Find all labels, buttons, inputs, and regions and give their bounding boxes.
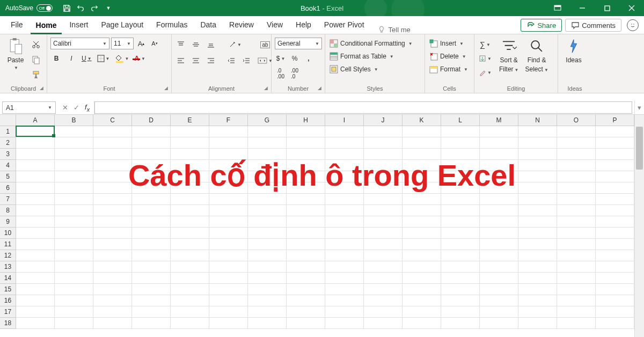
cell[interactable]	[596, 205, 634, 216]
align-middle-icon[interactable]	[190, 39, 202, 50]
font-size-combo[interactable]: 11▼	[111, 38, 134, 49]
cell[interactable]	[518, 137, 557, 149]
cell[interactable]	[596, 318, 634, 329]
cell[interactable]	[518, 295, 557, 306]
increase-decimal-icon[interactable]: .0.00	[275, 68, 287, 79]
expand-formula-bar-icon[interactable]: ▾	[634, 101, 644, 114]
cell[interactable]	[132, 205, 171, 216]
cell[interactable]	[364, 205, 402, 216]
cell[interactable]	[55, 216, 93, 228]
cell[interactable]	[518, 194, 557, 205]
fill-icon[interactable]: ▼	[478, 53, 493, 64]
cell[interactable]	[325, 137, 364, 149]
cell[interactable]	[132, 306, 171, 318]
cell[interactable]	[171, 273, 209, 284]
cell[interactable]	[325, 318, 364, 329]
increase-indent-icon[interactable]	[240, 55, 252, 67]
cell[interactable]	[557, 126, 596, 137]
cell[interactable]	[16, 261, 55, 273]
name-box[interactable]: A1▼	[2, 101, 56, 114]
copy-icon[interactable]	[30, 54, 42, 65]
cell[interactable]	[596, 273, 634, 284]
maximize-icon[interactable]	[595, 0, 619, 16]
cell[interactable]	[557, 261, 596, 273]
select-all-corner[interactable]	[0, 115, 16, 126]
cell[interactable]	[209, 295, 248, 306]
save-icon[interactable]	[61, 3, 72, 13]
cell[interactable]	[132, 126, 171, 137]
autosave-toggle[interactable]: AutoSave Off	[0, 4, 58, 12]
cell[interactable]	[596, 126, 634, 137]
cell[interactable]	[248, 261, 287, 273]
column-header[interactable]: A	[16, 115, 55, 126]
row-header[interactable]: 10	[0, 228, 16, 239]
percent-format-icon[interactable]: %	[289, 53, 301, 64]
cell[interactable]	[557, 137, 596, 149]
row-header[interactable]: 1	[0, 126, 16, 137]
cell[interactable]	[518, 261, 557, 273]
cell[interactable]	[441, 273, 480, 284]
cell[interactable]	[209, 273, 248, 284]
cell[interactable]	[16, 239, 55, 250]
cell[interactable]	[287, 318, 325, 329]
cell[interactable]	[402, 261, 441, 273]
cell[interactable]	[480, 205, 518, 216]
fill-color-icon[interactable]: ▼	[114, 53, 130, 64]
dialog-launcher-icon[interactable]: ◢	[318, 85, 321, 91]
cell[interactable]	[93, 228, 132, 239]
cell[interactable]	[132, 318, 171, 329]
format-cells-button[interactable]: Format▼	[428, 64, 469, 74]
cell[interactable]	[364, 284, 402, 295]
tab-help[interactable]: Help	[290, 17, 317, 34]
cell[interactable]	[287, 216, 325, 228]
cell[interactable]	[132, 284, 171, 295]
tab-view[interactable]: View	[261, 17, 288, 34]
conditional-formatting-button[interactable]: Conditional Formatting▼	[328, 39, 414, 48]
comments-button[interactable]: Comments	[565, 19, 621, 32]
column-header[interactable]: I	[325, 115, 364, 126]
align-bottom-icon[interactable]	[205, 39, 217, 50]
cell[interactable]	[402, 194, 441, 205]
number-format-combo[interactable]: General▼	[275, 38, 322, 49]
tab-power-pivot[interactable]: Power Pivot	[319, 17, 370, 34]
column-header[interactable]: E	[171, 115, 209, 126]
cell[interactable]	[171, 261, 209, 273]
row-header[interactable]: 8	[0, 205, 16, 216]
cell[interactable]	[596, 239, 634, 250]
cell[interactable]	[132, 295, 171, 306]
cell[interactable]	[596, 194, 634, 205]
column-header[interactable]: K	[402, 115, 441, 126]
cell[interactable]	[287, 205, 325, 216]
cell[interactable]	[402, 228, 441, 239]
cell[interactable]	[480, 137, 518, 149]
cell[interactable]	[171, 228, 209, 239]
cell[interactable]	[248, 239, 287, 250]
column-header[interactable]: N	[518, 115, 557, 126]
row-header[interactable]: 13	[0, 261, 16, 273]
cell[interactable]	[93, 216, 132, 228]
cell[interactable]	[402, 137, 441, 149]
tell-me-search[interactable]: Tell me	[377, 25, 411, 34]
column-header[interactable]: D	[132, 115, 171, 126]
cell[interactable]	[557, 284, 596, 295]
cell[interactable]	[441, 261, 480, 273]
cell[interactable]	[364, 137, 402, 149]
cell[interactable]	[596, 295, 634, 306]
cell[interactable]	[441, 194, 480, 205]
cell[interactable]	[93, 194, 132, 205]
cell[interactable]	[248, 306, 287, 318]
cell[interactable]	[16, 273, 55, 284]
row-header[interactable]: 11	[0, 239, 16, 250]
cell[interactable]	[364, 261, 402, 273]
cell[interactable]	[480, 126, 518, 137]
clear-icon[interactable]: ▼	[478, 67, 493, 78]
cell[interactable]	[441, 216, 480, 228]
cell[interactable]	[132, 273, 171, 284]
cell[interactable]	[480, 194, 518, 205]
align-right-icon[interactable]	[205, 55, 217, 67]
cell[interactable]	[441, 250, 480, 261]
cell[interactable]	[518, 318, 557, 329]
cell[interactable]	[518, 216, 557, 228]
cell[interactable]	[441, 205, 480, 216]
cell[interactable]	[518, 273, 557, 284]
